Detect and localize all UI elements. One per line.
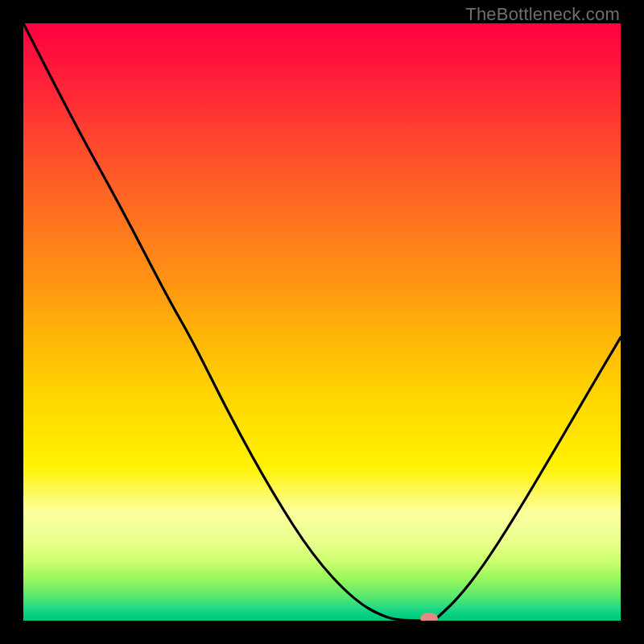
watermark-text: TheBottleneck.com [465, 4, 620, 25]
chart-container: TheBottleneck.com [0, 0, 644, 644]
plot-area [23, 23, 621, 621]
curve-layer [23, 23, 621, 621]
bottleneck-curve [23, 23, 621, 621]
curve-minimum-marker [420, 613, 438, 621]
